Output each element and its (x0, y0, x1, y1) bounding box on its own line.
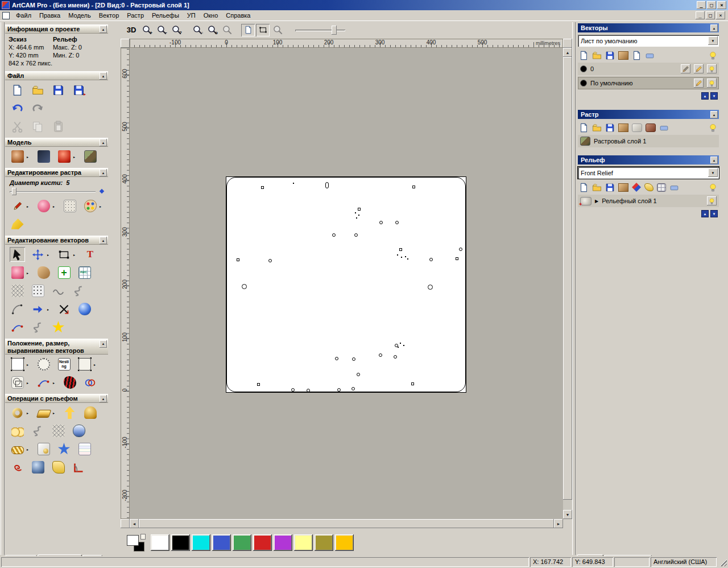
palette-swatch[interactable] (315, 534, 333, 551)
brush-diameter-slider[interactable] (10, 187, 96, 196)
glass-sphere-button[interactable] (77, 302, 92, 316)
3d-view-button[interactable]: 3D (124, 24, 139, 36)
document-icon[interactable] (2, 12, 10, 19)
open-model-button[interactable] (30, 83, 46, 97)
scroll-corner-button[interactable] (121, 519, 130, 528)
texture-cube-button[interactable] (30, 460, 46, 475)
combo-arrow-icon[interactable]: ▼ (708, 168, 718, 177)
paint-selective-button[interactable] (36, 199, 51, 213)
paint-tool-button[interactable] (10, 199, 25, 213)
vector-dot[interactable] (261, 186, 264, 189)
vector-dot[interactable] (411, 382, 414, 385)
mdi-close-button[interactable]: × (716, 11, 725, 19)
measure-tool-button[interactable] (36, 265, 51, 280)
invert-model-button[interactable] (36, 149, 51, 164)
menu-item[interactable]: Растр (123, 11, 148, 20)
new-layer-icon[interactable] (579, 183, 589, 192)
vector-layer-row-selected[interactable]: По умолчанию (578, 77, 719, 89)
vector-dot[interactable] (412, 186, 415, 188)
save-layer-icon[interactable] (605, 183, 615, 192)
new-layer-icon[interactable] (579, 51, 589, 60)
collapse-arrow-icon[interactable]: ▲ (710, 24, 718, 32)
menu-item[interactable]: Правка (35, 11, 64, 20)
flatten-relief-button[interactable] (51, 460, 66, 475)
toggle-all-visibility-icon[interactable] (708, 123, 718, 133)
import-layer-icon[interactable] (618, 124, 628, 132)
resize-grip[interactable] (719, 558, 727, 566)
expand-arrow-icon[interactable]: ▶ (595, 199, 598, 204)
smooth-polyline-button[interactable] (71, 283, 86, 298)
collapse-arrow-icon[interactable]: ▲ (710, 111, 718, 118)
open-layer-icon[interactable] (592, 51, 602, 60)
collapse-arrow-icon[interactable]: ▲ (100, 139, 107, 146)
transform-vectors-button[interactable] (30, 247, 46, 262)
weave-vectors-button[interactable] (82, 375, 98, 390)
vector-dot[interactable] (405, 256, 406, 257)
vector-dot[interactable] (456, 257, 458, 260)
menu-item[interactable]: Окно (200, 11, 222, 20)
delete-layer-icon[interactable] (645, 51, 655, 60)
vector-dot[interactable] (354, 233, 358, 237)
star-relief-button[interactable] (56, 442, 72, 456)
vector-dot[interactable] (307, 389, 310, 392)
collapse-arrow-icon[interactable]: ▲ (100, 395, 107, 402)
palette-swatch[interactable] (274, 534, 292, 551)
collapse-arrow-icon[interactable]: ▲ (100, 237, 107, 244)
vector-dot[interactable] (459, 248, 462, 251)
vector-dot[interactable] (379, 221, 383, 224)
close-button[interactable]: × (717, 1, 726, 9)
horizontal-scrollbar[interactable]: ◄ ► (121, 519, 563, 528)
open-layer-icon[interactable] (592, 183, 602, 192)
vector-sheet-combo[interactable]: Лист по умолчанию ▼ (578, 35, 719, 47)
minimize-button[interactable]: _ (697, 1, 706, 9)
menu-item[interactable]: УП (183, 11, 200, 20)
open-layer-icon[interactable] (592, 123, 602, 133)
vector-dot[interactable] (337, 388, 341, 392)
fillet-tool-button[interactable] (10, 320, 25, 335)
bake-relief-icon[interactable] (644, 183, 653, 191)
paste-along-curve-button[interactable] (56, 265, 72, 280)
create-star-button[interactable] (51, 320, 66, 335)
scroll-right-icon[interactable]: ► (554, 519, 563, 528)
palette-swatch[interactable] (151, 534, 169, 551)
layer-visibility-icon[interactable] (707, 64, 717, 73)
vector-dot[interactable] (335, 357, 338, 360)
extrude-relief-button[interactable] (36, 405, 51, 420)
freehand-polyline-button[interactable] (51, 283, 66, 298)
vector-layer-row[interactable]: 0 (578, 63, 719, 75)
move-layer-down-icon[interactable]: ▼ (710, 92, 718, 100)
relief-combo[interactable]: Front Relief ▼ (578, 167, 719, 179)
save-layer-icon[interactable] (605, 51, 615, 60)
palette-swatch[interactable] (171, 534, 190, 551)
flood-fill-button[interactable] (10, 217, 25, 232)
arc-tool-button[interactable] (10, 302, 25, 316)
mdi-restore-button[interactable]: □ (706, 11, 715, 19)
collapse-arrow-icon[interactable]: ▲ (710, 157, 718, 164)
texture-relief-button[interactable] (51, 423, 66, 438)
vector-dot[interactable] (400, 343, 401, 344)
toggle-all-visibility-icon[interactable] (708, 183, 718, 192)
trim-vectors-button[interactable] (56, 302, 72, 316)
shape-editor-button[interactable] (10, 405, 25, 420)
edit-layer-icon[interactable] (632, 51, 642, 60)
save-model-button[interactable] (51, 83, 66, 97)
import-layer-icon[interactable] (618, 183, 628, 192)
vector-dot[interactable] (268, 259, 272, 262)
vector-dot[interactable] (403, 345, 404, 346)
export-model-button[interactable]: ▸ (71, 83, 86, 97)
vector-dot[interactable] (325, 182, 329, 188)
join-vectors-button[interactable] (30, 302, 46, 316)
vector-dot[interactable] (397, 254, 398, 256)
toggle-all-visibility-icon[interactable] (708, 51, 718, 60)
palette-swatch[interactable] (253, 534, 272, 551)
ruler-corner-button[interactable] (121, 39, 130, 48)
point-cloud-button[interactable] (30, 283, 46, 298)
pill-relief-button[interactable] (71, 423, 86, 438)
scale-relief-button[interactable] (62, 405, 77, 420)
vector-dot[interactable] (398, 347, 399, 348)
collapse-arrow-icon[interactable]: ▲ (100, 340, 107, 348)
palette-swatch[interactable] (335, 534, 354, 551)
turn-relief-button[interactable] (82, 405, 98, 420)
vector-dot[interactable] (293, 183, 294, 184)
offset-vectors-button[interactable] (30, 320, 46, 335)
